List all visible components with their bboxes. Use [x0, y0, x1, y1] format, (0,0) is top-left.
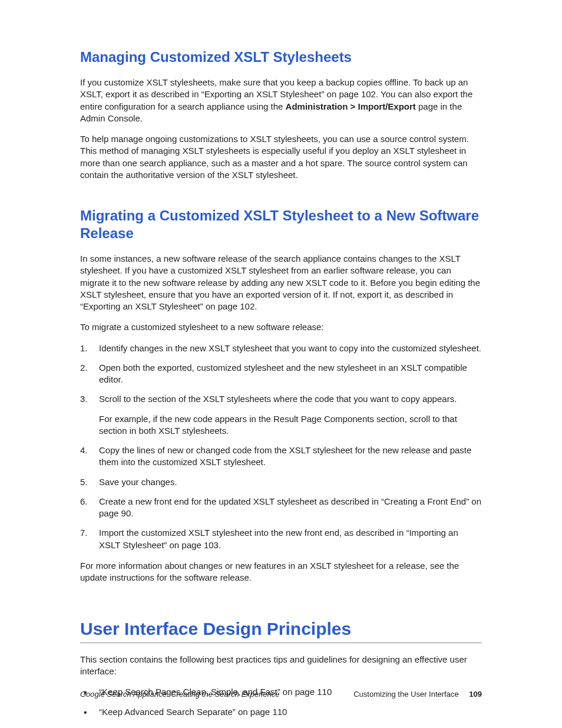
- heading-ui-design-principles: User Interface Design Principles: [80, 618, 482, 643]
- step-item: Scroll to the section of the XSLT styles…: [80, 393, 482, 437]
- step-item: Identify changes in the new XSLT stylesh…: [80, 342, 482, 354]
- step-item: Import the customized XSLT stylesheet in…: [80, 527, 482, 551]
- step-text: Copy the lines of new or changed code fr…: [99, 445, 471, 467]
- step-text: Create a new front end for the updated X…: [99, 496, 481, 518]
- footer-right: Customizing the User Interface 109: [353, 689, 482, 700]
- step-text: Scroll to the section of the XSLT styles…: [99, 394, 457, 404]
- bold-admin-import-export: Administration > Import/Export: [286, 101, 416, 111]
- heading-managing-xslt: Managing Customized XSLT Stylesheets: [80, 48, 482, 66]
- step-text: Open both the exported, customized style…: [99, 363, 467, 384]
- footer-doc-title: Google Search Appliance: Creating the Se…: [80, 689, 279, 700]
- step-text: Save your changes.: [99, 477, 177, 487]
- step-text: Identify changes in the new XSLT stylesh…: [99, 343, 481, 353]
- step-item: Create a new front end for the updated X…: [80, 496, 482, 520]
- bullet-text: “Keep Advanced Search Separate” on page …: [99, 707, 287, 717]
- steps-list: Identify changes in the new XSLT stylesh…: [80, 342, 482, 551]
- footer-section-label: Customizing the User Interface: [353, 690, 458, 699]
- para-ui-lead: This section contains the following best…: [80, 654, 482, 678]
- step-item: Open both the exported, customized style…: [80, 362, 482, 386]
- para-manage-1: If you customize XSLT stylesheets, make …: [80, 77, 482, 124]
- step-item: Copy the lines of new or changed code fr…: [80, 444, 482, 469]
- heading-migrating-xslt: Migrating a Customized XSLT Stylesheet t…: [80, 207, 482, 242]
- para-migrate-lead: To migrate a customized stylesheet to a …: [80, 321, 482, 333]
- bullet-item: “Keep Advanced Search Separate” on page …: [80, 706, 482, 718]
- para-migrate-outro: For more information about changes or ne…: [80, 560, 482, 584]
- step-item: Save your changes.: [80, 476, 482, 488]
- para-manage-2: To help manage ongoing customizations to…: [80, 133, 482, 181]
- para-migrate-1: In some instances, a new software releas…: [80, 253, 482, 312]
- page-number: 109: [469, 690, 482, 699]
- step-text: Import the customized XSLT stylesheet in…: [99, 528, 458, 549]
- page-footer: Google Search Appliance: Creating the Se…: [80, 689, 482, 700]
- step-subtext: For example, if the new code appears in …: [99, 413, 482, 437]
